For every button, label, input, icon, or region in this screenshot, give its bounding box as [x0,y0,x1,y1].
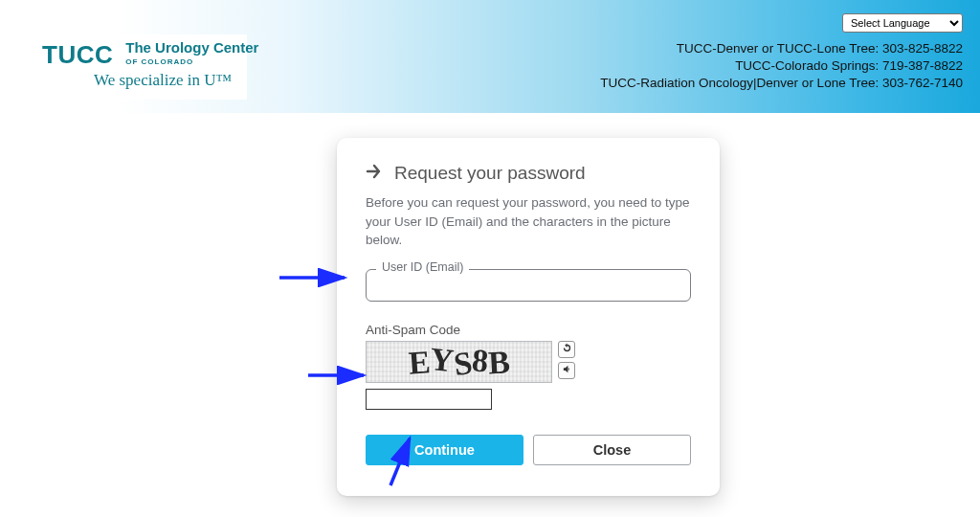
logo-tagline: We specialize in U™ [42,71,239,90]
antispam-code-input[interactable] [366,389,492,410]
refresh-icon [562,343,572,355]
continue-button[interactable]: Continue [366,435,523,465]
login-arrow-icon [366,163,385,184]
contact-line: TUCC-Denver or TUCC-Lone Tree: 303-825-8… [600,40,963,57]
captcha-audio-button[interactable] [558,362,575,379]
antispam-label: Anti-Spam Code [366,323,691,337]
contact-line: TUCC-Radiation Oncology|Denver or Lone T… [600,75,963,92]
userid-input[interactable] [367,270,690,301]
brand-logo: TUCC The Urology Center OF COLORADO We s… [34,34,247,100]
captcha-image: E Y S 8 B [366,341,552,383]
userid-fieldset: User ID (Email) [366,269,691,302]
card-title: Request your password [394,163,586,184]
userid-label: User ID (Email) [376,260,469,274]
contact-line: TUCC-Colorado Springs: 719-387-8822 [600,57,963,75]
logo-name-line2: OF COLORADO [125,57,258,66]
logo-name-line1: The Urology Center [125,40,258,56]
speaker-icon [562,364,572,376]
captcha-refresh-button[interactable] [558,341,575,358]
header-banner: TUCC The Urology Center OF COLORADO We s… [0,0,980,113]
language-select[interactable]: Select Language [842,13,963,33]
close-button[interactable]: Close [533,435,691,465]
contact-info: TUCC-Denver or TUCC-Lone Tree: 303-825-8… [600,40,963,93]
password-request-card: Request your password Before you can req… [337,138,720,496]
captcha-char: B [487,344,511,381]
card-description: Before you can request your password, yo… [366,193,691,250]
logo-abbr: TUCC [42,40,113,67]
